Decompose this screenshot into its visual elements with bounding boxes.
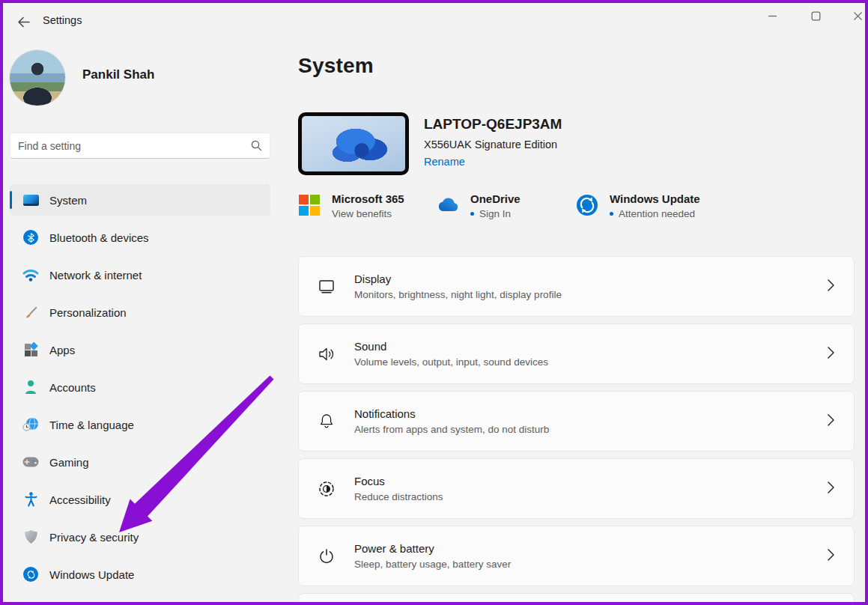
card-title: Focus [354, 475, 443, 487]
page-title: System [298, 54, 374, 78]
power-icon [317, 547, 336, 566]
status-row: Microsoft 365 View benefits OneDrive Sig… [298, 192, 700, 219]
update-icon [22, 566, 39, 583]
search-box[interactable] [10, 133, 270, 159]
close-button[interactable] [846, 6, 868, 25]
chevron-right-icon [828, 279, 834, 294]
settings-cards: Display Monitors, brightness, night ligh… [298, 256, 855, 604]
paintbrush-icon [22, 304, 39, 320]
sidebar-item-apps[interactable]: Apps [10, 334, 270, 365]
bell-icon [317, 412, 336, 431]
user-avatar[interactable] [10, 50, 65, 106]
chevron-right-icon [828, 347, 834, 362]
card-focus[interactable]: Focus Reduce distractions [298, 458, 855, 519]
sidebar-item-gaming[interactable]: Gaming [10, 446, 270, 478]
window-title: Settings [43, 14, 82, 26]
device-name: LAPTOP-Q6EJP3AM [424, 116, 562, 133]
apps-icon [22, 341, 39, 358]
device-wallpaper-thumbnail [298, 112, 409, 175]
sidebar-item-network-internet[interactable]: Network & internet [10, 259, 270, 291]
sidebar-item-label: Apps [49, 344, 75, 356]
card-notifications[interactable]: Notifications Alerts from apps and syste… [298, 391, 855, 452]
chevron-right-icon [828, 549, 834, 564]
sidebar-item-bluetooth-devices[interactable]: Bluetooth & devices [10, 222, 270, 253]
card-subtitle: Reduce distractions [354, 491, 443, 502]
bluetooth-icon [22, 229, 39, 246]
card-title: Power & battery [354, 542, 511, 555]
card-title: Display [354, 273, 562, 285]
settings-window: Settings Pankil Shah [0, 0, 868, 605]
maximize-button[interactable] [804, 6, 827, 25]
back-arrow-icon [17, 16, 30, 28]
sidebar-item-label: System [49, 194, 87, 207]
card-title: Sound [354, 340, 548, 353]
card-title: Notifications [354, 407, 549, 420]
system-icon [22, 192, 39, 208]
sidebar-item-label: Accounts [49, 381, 96, 394]
status-title: OneDrive [470, 192, 521, 205]
minimize-button[interactable] [761, 6, 783, 25]
display-icon [317, 277, 336, 297]
sidebar-item-label: Privacy & security [49, 531, 139, 544]
card-subtitle: Volume levels, output, input, sound devi… [354, 356, 548, 368]
status-subtitle: Sign In [479, 208, 511, 219]
sidebar-item-label: Accessibility [49, 493, 111, 506]
wifi-icon [22, 267, 39, 283]
onedrive-icon [437, 194, 459, 216]
status-subtitle: View benefits [332, 208, 392, 219]
sidebar-item-label: Gaming [49, 456, 89, 469]
card-subtitle: Sleep, battery usage, battery saver [354, 559, 511, 570]
microsoft-365-icon [298, 194, 321, 216]
close-icon [853, 11, 863, 21]
status-tile-onedrive[interactable]: OneDrive Sign In [437, 192, 576, 219]
chevron-right-icon [828, 414, 834, 429]
status-title: Windows Update [610, 192, 700, 205]
sidebar-item-time-language[interactable]: Time & language [10, 409, 270, 440]
search-input[interactable] [18, 140, 251, 152]
user-name: Pankil Shah [82, 67, 154, 82]
sidebar-item-label: Bluetooth & devices [49, 231, 149, 244]
sidebar-item-windows-update[interactable]: Windows Update [10, 559, 270, 590]
windows-update-status-icon [576, 194, 598, 216]
minimize-icon [768, 11, 777, 21]
card-subtitle: Monitors, brightness, night light, displ… [354, 289, 562, 300]
main-content: System LAPTOP-Q6EJP3AM X556UAK Signature… [298, 37, 865, 602]
sidebar-item-label: Time & language [49, 419, 134, 431]
status-subtitle: Attention needed [619, 208, 695, 219]
sidebar-item-accessibility[interactable]: Accessibility [10, 484, 270, 515]
sidebar-item-personalization[interactable]: Personalization [10, 297, 270, 328]
sidebar-item-privacy-security[interactable]: Privacy & security [10, 521, 270, 553]
status-title: Microsoft 365 [332, 192, 404, 205]
rename-link[interactable]: Rename [424, 156, 562, 168]
sidebar: Pankil Shah System Bluetooth & devices [3, 37, 284, 602]
card-subtitle: Alerts from apps and system, do not dist… [354, 424, 549, 435]
back-button[interactable] [12, 13, 34, 30]
sidebar-nav: System Bluetooth & devices [10, 184, 270, 596]
status-tile-windows-update[interactable]: Windows Update Attention needed [576, 192, 700, 219]
status-tile-microsoft-365[interactable]: Microsoft 365 View benefits [298, 192, 437, 219]
focus-icon [317, 479, 336, 499]
search-icon [251, 140, 262, 151]
sound-icon [317, 344, 336, 364]
status-dot [470, 212, 474, 216]
person-icon [22, 379, 39, 395]
gamepad-icon [22, 454, 39, 470]
sidebar-item-label: Network & internet [49, 269, 142, 282]
sidebar-item-system[interactable]: System [10, 184, 270, 216]
status-dot [610, 212, 613, 216]
card-power-battery[interactable]: Power & battery Sleep, battery usage, ba… [298, 526, 855, 586]
device-model: X556UAK Signature Edition [424, 139, 562, 151]
accessibility-person-icon [22, 491, 39, 508]
shield-icon [22, 529, 39, 545]
sidebar-item-accounts[interactable]: Accounts [10, 371, 270, 403]
sidebar-item-label: Personalization [49, 306, 127, 319]
card-partial-next[interactable] [298, 593, 855, 604]
clock-globe-icon [22, 416, 39, 433]
sidebar-item-label: Windows Update [49, 568, 134, 581]
maximize-icon [811, 11, 821, 21]
chevron-right-icon [828, 481, 834, 496]
device-summary: LAPTOP-Q6EJP3AM X556UAK Signature Editio… [298, 112, 562, 175]
title-bar: Settings [3, 3, 865, 37]
card-sound[interactable]: Sound Volume levels, output, input, soun… [298, 323, 855, 384]
card-display[interactable]: Display Monitors, brightness, night ligh… [298, 256, 855, 317]
